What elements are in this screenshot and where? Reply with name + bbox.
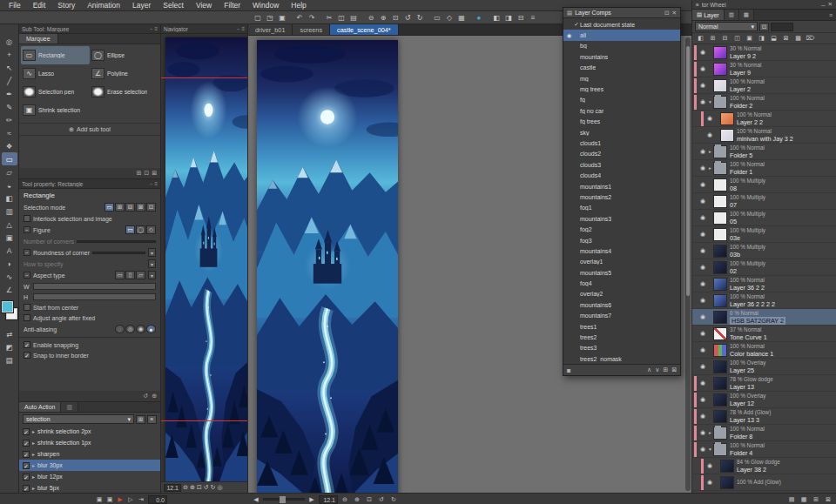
layer-visibility-eye[interactable]: ◉ bbox=[698, 446, 707, 453]
move-tool[interactable]: + bbox=[2, 48, 17, 61]
Folder 8[interactable]: ◉ ▸ 100 % Normal Folder 8 bbox=[692, 425, 836, 441]
rotate-right-icon[interactable]: ↻ bbox=[211, 484, 216, 491]
new-comp-icon[interactable]: ⊞ bbox=[663, 366, 668, 373]
prev-comp-icon[interactable]: ∧ bbox=[647, 366, 651, 373]
close-icon[interactable]: ✕ bbox=[672, 10, 677, 17]
lock-transparent-icon[interactable]: ▩ bbox=[792, 34, 804, 44]
layer-visibility-eye[interactable]: ◉ bbox=[705, 462, 714, 469]
rotate-left-icon[interactable]: ↺ bbox=[376, 494, 387, 504]
layer-visibility-eye[interactable]: ◉ bbox=[698, 65, 707, 72]
new-vector-layer-icon[interactable]: ⊟ bbox=[719, 34, 731, 44]
selection-mode-button[interactable]: ▭ bbox=[104, 203, 114, 212]
aspect-type-button[interactable]: ▱ bbox=[136, 271, 145, 279]
operation-tool[interactable]: ↖ bbox=[2, 61, 17, 74]
layer-comp-row[interactable]: fg trees bbox=[563, 117, 680, 127]
snap-inner-border-checkbox[interactable]: ✓ bbox=[24, 352, 30, 359]
text-tool[interactable]: A bbox=[2, 244, 17, 257]
sub-tool-item[interactable]: Erase selection bbox=[90, 83, 158, 101]
layer-visibility-eye[interactable]: ◉ bbox=[705, 115, 714, 122]
roundness-slider[interactable] bbox=[92, 252, 145, 254]
figure-shape-button[interactable]: ▭ bbox=[125, 225, 135, 234]
navigator-preview[interactable] bbox=[161, 34, 247, 481]
minivan with Jay 3 2[interactable]: ◉ 100 % Normal minivan with Jay 3 2 bbox=[692, 127, 836, 144]
delete-sub-tool-icon[interactable]: ⊠ bbox=[152, 170, 157, 177]
layer-name[interactable]: Tone Curve 1 bbox=[730, 333, 767, 341]
layer-name[interactable]: Layer 13 3 bbox=[730, 416, 771, 424]
workspace-panel-2-icon[interactable]: ◨ bbox=[502, 12, 515, 24]
Layer 2[interactable]: ◉ 100 % Normal Layer 2 bbox=[692, 77, 836, 94]
drawing-color-indicator[interactable]: ● bbox=[473, 12, 485, 24]
expand-icon[interactable]: ▸ bbox=[32, 428, 35, 434]
menu-item[interactable]: Filter bbox=[218, 0, 246, 11]
layer-thumbnail[interactable] bbox=[720, 112, 734, 125]
layer-thumbnail[interactable] bbox=[713, 162, 727, 175]
paste-icon[interactable]: ▤ bbox=[347, 12, 360, 24]
layer-visibility-eye[interactable]: ◉ bbox=[698, 247, 707, 254]
layer-thumbnail[interactable] bbox=[720, 460, 734, 473]
layer-name[interactable]: 08 bbox=[730, 185, 765, 192]
lock-layer-icon[interactable]: ⊠ bbox=[780, 34, 792, 44]
apply-mask-icon[interactable]: ⬓ bbox=[768, 34, 779, 44]
HSB SAT2GRAY 2[interactable]: ◉ 0 % Normal HSB SAT2GRAY 2 bbox=[692, 309, 836, 326]
canvas-tab[interactable]: driver_b01 bbox=[248, 24, 293, 35]
layer-name[interactable]: Folder 8 bbox=[730, 433, 765, 440]
figure-shape-button[interactable]: ◇ bbox=[146, 225, 156, 234]
layer-name[interactable]: 02 bbox=[730, 267, 765, 275]
zoom-in-icon[interactable]: ⊕ bbox=[190, 484, 195, 491]
delete-comp-icon[interactable]: ⊠ bbox=[671, 366, 677, 373]
layer-name[interactable]: 07 bbox=[730, 201, 765, 209]
menu-item[interactable]: Help bbox=[285, 0, 312, 11]
layer-name[interactable]: 03e bbox=[730, 234, 765, 242]
layer-visibility-eye[interactable]: ◉ bbox=[698, 49, 707, 56]
sub-tool-item[interactable]: ▭ Rectangle bbox=[21, 46, 90, 64]
blend-mode-select[interactable]: Normal ▾ bbox=[695, 22, 758, 31]
layer-visibility-eye[interactable]: ◉ bbox=[698, 346, 707, 353]
layer-thumbnail[interactable] bbox=[713, 443, 727, 456]
layer-visibility-eye[interactable]: ◉ bbox=[698, 413, 707, 420]
zoom-out-arrow[interactable]: ◀ bbox=[251, 494, 261, 504]
folder-expander-icon[interactable]: ▸ bbox=[707, 430, 713, 435]
layer-name[interactable]: Folder 5 bbox=[730, 151, 765, 159]
tab-auto-action[interactable]: Auto Action bbox=[19, 402, 61, 412]
02[interactable]: ◉ 100 % Multiply 02 bbox=[692, 259, 836, 276]
interlock-checkbox[interactable] bbox=[24, 215, 30, 222]
layer-name[interactable]: Layer 36 2 2 bbox=[730, 284, 765, 292]
gradient-tool[interactable]: ▥ bbox=[2, 205, 17, 218]
tab-layer-property[interactable]: ▥ bbox=[725, 10, 739, 20]
layer-name[interactable]: Folder 2 bbox=[730, 102, 765, 110]
layer-name[interactable]: Layer 9 2 bbox=[730, 52, 761, 60]
airbrush-tool[interactable]: ≈ bbox=[2, 126, 17, 139]
layer-name[interactable]: Color balance 1 bbox=[730, 350, 773, 358]
layer-visibility-eye[interactable]: ◉ bbox=[698, 330, 707, 337]
sub-tool-group-tab[interactable]: Marquee bbox=[19, 34, 58, 44]
layer-comp-row[interactable]: clouds1 bbox=[563, 138, 680, 148]
layer-visibility-eye[interactable]: ◉ bbox=[698, 98, 707, 105]
new-canvas-icon[interactable]: ▢ bbox=[252, 12, 264, 24]
expand-icon[interactable]: ▸ bbox=[32, 440, 35, 446]
layer-name[interactable]: 03b bbox=[730, 251, 765, 259]
reset-tool-icon[interactable]: ↺ bbox=[143, 393, 148, 400]
05[interactable]: ◉ 100 % Multiply 05 bbox=[692, 210, 836, 226]
action-menu-icon[interactable]: ≡ bbox=[147, 415, 157, 424]
figure-expander[interactable]: − bbox=[24, 226, 30, 233]
layer-name[interactable]: Folder 1 bbox=[730, 168, 765, 176]
layer-visibility-eye[interactable]: ◉ bbox=[698, 313, 707, 320]
duplicate-layer-icon[interactable]: ◫ bbox=[732, 34, 743, 44]
zoom-in-icon[interactable]: ⊕ bbox=[352, 494, 362, 504]
layer-visibility-eye[interactable]: ◉ bbox=[698, 214, 707, 221]
layer-comp-row[interactable]: overlay1 bbox=[563, 257, 680, 267]
copy-icon[interactable]: ◫ bbox=[335, 12, 347, 24]
adjust-angle-checkbox[interactable] bbox=[24, 314, 30, 321]
Layer 9[interactable]: ◉ 30 % Normal Layer 9 bbox=[692, 61, 836, 77]
close-icon[interactable]: ✕ bbox=[828, 1, 833, 8]
tab-search-layer[interactable]: ▦ bbox=[739, 10, 754, 20]
layer-comp-row[interactable]: fog2 bbox=[563, 224, 680, 234]
Color balance 1[interactable]: ◉ 100 % Normal Color balance 1 bbox=[692, 342, 836, 359]
information-panel-icon[interactable]: ⊞ bbox=[811, 494, 821, 504]
undo-icon[interactable]: ↶ bbox=[293, 12, 306, 24]
anti-aliasing-button[interactable]: ● bbox=[146, 325, 156, 333]
roundness-dropdown-icon[interactable]: ▾ bbox=[148, 248, 156, 257]
layer-name[interactable]: Layer 2 bbox=[730, 85, 765, 93]
layer-comp-row[interactable]: mountains bbox=[563, 51, 680, 62]
pencil-tool[interactable]: ✎ bbox=[2, 100, 17, 113]
